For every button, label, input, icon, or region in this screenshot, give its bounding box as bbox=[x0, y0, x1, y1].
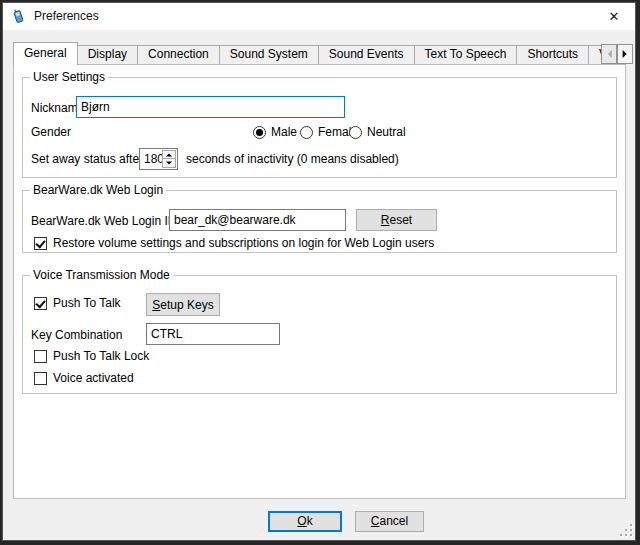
group-title-voice-transmission: Voice Transmission Mode bbox=[30, 268, 173, 283]
web-login-id-label: BearWare.dk Web Login ID bbox=[31, 210, 176, 232]
push-to-talk-lock-label: Push To Talk Lock bbox=[53, 350, 149, 363]
spin-down-button[interactable] bbox=[163, 159, 175, 167]
tab-bar: GeneralDisplayConnectionSound SystemSoun… bbox=[13, 42, 601, 65]
away-seconds-spinner[interactable]: 180 bbox=[139, 148, 178, 170]
spinner-buttons bbox=[162, 150, 176, 168]
away-status-label: Set away status after bbox=[31, 148, 143, 170]
teamtalk-app-icon bbox=[10, 8, 26, 24]
group-voice-transmission: Voice Transmission Mode Push To Talk Key… bbox=[22, 275, 617, 394]
tab-general[interactable]: General bbox=[13, 42, 78, 65]
tab-connection[interactable]: Connection bbox=[137, 45, 220, 64]
radio-neutral-circle-icon bbox=[349, 126, 362, 139]
radio-male-circle-icon bbox=[253, 126, 266, 139]
window-title: Preferences bbox=[34, 3, 99, 30]
close-icon: ✕ bbox=[609, 9, 620, 24]
restore-volume-checkbox[interactable] bbox=[34, 237, 47, 250]
resize-grip[interactable] bbox=[619, 524, 632, 537]
tab-sound-events[interactable]: Sound Events bbox=[318, 45, 415, 64]
push-to-talk-label: Push To Talk bbox=[53, 297, 121, 310]
group-title-user-settings: User Settings bbox=[30, 70, 108, 85]
key-combination-input[interactable] bbox=[146, 323, 280, 345]
tab-text-to-speech[interactable]: Text To Speech bbox=[414, 45, 518, 64]
reset-button[interactable]: Reset bbox=[356, 209, 437, 231]
tab-sound-system[interactable]: Sound System bbox=[219, 45, 319, 64]
gender-label: Gender bbox=[31, 126, 71, 139]
radio-female-circle-icon bbox=[300, 126, 313, 139]
group-title-web-login: BearWare.dk Web Login bbox=[30, 183, 166, 198]
nickname-input[interactable] bbox=[76, 96, 345, 118]
web-login-id-input[interactable] bbox=[169, 209, 346, 231]
tab-display[interactable]: Display bbox=[77, 45, 138, 64]
group-user-settings: User Settings Nickname Gender Male Femal… bbox=[22, 77, 617, 178]
preferences-dialog: Preferences ✕ GeneralDisplayConnectionSo… bbox=[2, 2, 636, 541]
radio-neutral-label: Neutral bbox=[367, 126, 406, 139]
away-status-suffix-label: seconds of inactivity (0 means disabled) bbox=[186, 148, 399, 170]
screen: Preferences ✕ GeneralDisplayConnectionSo… bbox=[0, 0, 640, 545]
radio-neutral[interactable]: Neutral bbox=[349, 126, 406, 139]
tab-scroll-right-button[interactable] bbox=[617, 44, 633, 64]
close-button[interactable]: ✕ bbox=[593, 3, 635, 30]
spin-down-icon bbox=[166, 162, 172, 168]
right-arrow-icon bbox=[623, 50, 631, 58]
spin-up-button[interactable] bbox=[163, 151, 175, 159]
push-to-talk-lock-checkbox[interactable] bbox=[34, 350, 47, 363]
tab-scroll-left-button[interactable] bbox=[601, 44, 617, 64]
restore-volume-label: Restore volume settings and subscription… bbox=[53, 237, 434, 250]
cancel-button[interactable]: Cancel bbox=[355, 511, 424, 532]
title-bar[interactable]: Preferences ✕ bbox=[3, 3, 635, 30]
left-arrow-icon bbox=[604, 50, 612, 58]
radio-male[interactable]: Male bbox=[253, 126, 297, 139]
voice-activated-checkbox[interactable] bbox=[34, 372, 47, 385]
tab-video[interactable]: Video bbox=[588, 45, 601, 64]
spin-up-icon bbox=[166, 150, 172, 156]
push-to-talk-checkbox[interactable] bbox=[34, 297, 47, 310]
setup-keys-button[interactable]: Setup Keys bbox=[146, 293, 220, 316]
ok-button[interactable]: Ok bbox=[268, 511, 342, 532]
tab-shortcuts[interactable]: Shortcuts bbox=[516, 45, 589, 64]
radio-male-label: Male bbox=[271, 126, 297, 139]
voice-activated-label: Voice activated bbox=[53, 372, 134, 385]
key-combination-label: Key Combination bbox=[31, 324, 122, 346]
